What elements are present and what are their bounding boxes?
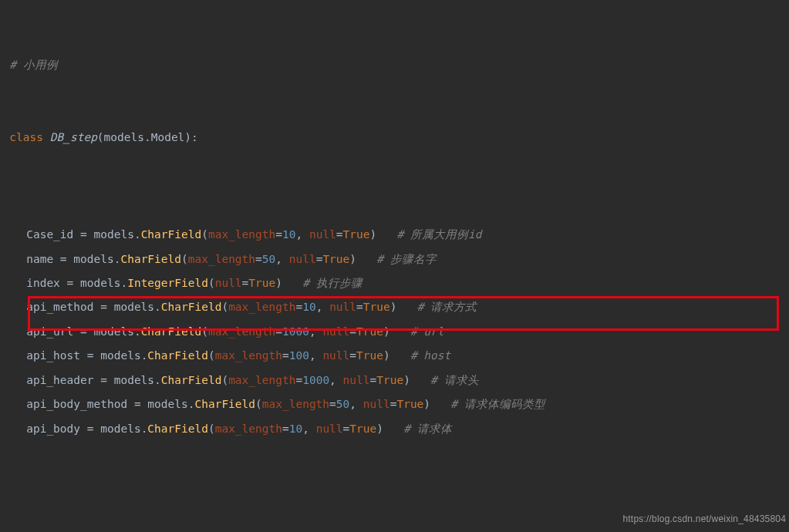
code-editor: # 小用例 class DB_step(models.Model): Case_… [0, 0, 789, 532]
fields-block: Case_id = models.CharField(max_length=10… [6, 223, 789, 441]
field-comment: # url [410, 325, 444, 338]
field-name: api_body_method [26, 398, 127, 410]
field-comment: # host [410, 349, 450, 362]
field-name: api_method [26, 301, 93, 313]
field-comment: # 请求方式 [417, 301, 477, 313]
class-keyword: class [9, 131, 43, 143]
field-comment: # 步骤名字 [376, 253, 436, 265]
class-args: (models.Model): [97, 131, 198, 143]
top-comment: # 小用例 [9, 59, 57, 71]
field-comment: # 请求体编码类型 [450, 398, 545, 410]
field-comment: # 请求头 [430, 374, 478, 386]
field-name: api_host [26, 349, 80, 362]
field-name: api_body [26, 423, 80, 435]
field-name: api_header [26, 374, 93, 386]
field-comment: # 执行步骤 [302, 277, 362, 289]
class-name: DB_step [50, 131, 97, 143]
field-name: api_url [26, 325, 73, 338]
field-name: index [26, 277, 60, 289]
field-name: Case_id [26, 228, 73, 241]
watermark: https://blog.csdn.net/weixin_48435804 [622, 509, 786, 529]
field-name: name [26, 253, 53, 265]
field-comment: # 所属大用例id [396, 228, 481, 241]
field-comment: # 请求体 [403, 423, 451, 435]
